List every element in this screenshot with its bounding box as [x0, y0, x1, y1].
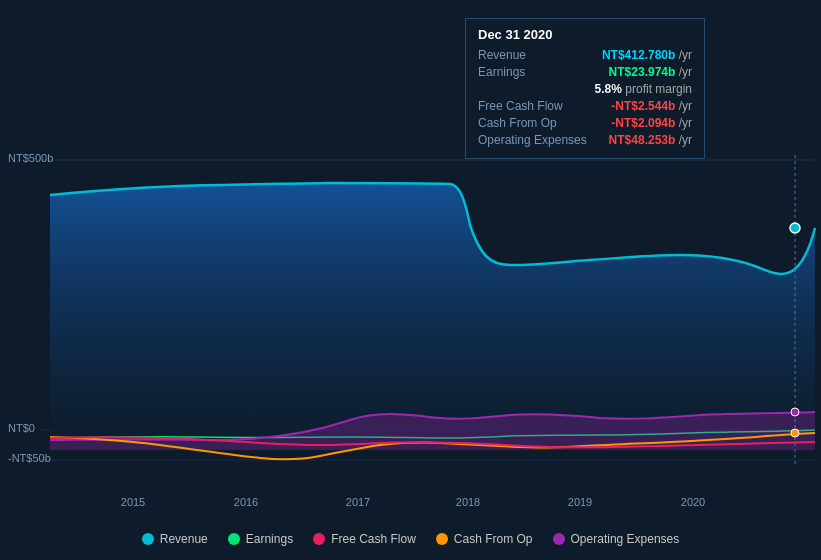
tooltip-panel: Dec 31 2020 Revenue NT$412.780b /yr Earn… — [465, 18, 705, 159]
x-label-2016: 2016 — [234, 496, 258, 508]
tooltip-value-cashop: -NT$2.094b /yr — [611, 116, 692, 130]
legend-label-earnings: Earnings — [246, 532, 293, 546]
legend-opex[interactable]: Operating Expenses — [553, 532, 680, 546]
tooltip-row-revenue: Revenue NT$412.780b /yr — [478, 48, 692, 62]
x-label-2017: 2017 — [346, 496, 370, 508]
tooltip-value-opex: NT$48.253b /yr — [609, 133, 692, 147]
tooltip-value-earnings: NT$23.974b /yr — [609, 65, 692, 79]
legend-cashop[interactable]: Cash From Op — [436, 532, 533, 546]
svg-point-4 — [790, 223, 800, 233]
chart-legend: Revenue Earnings Free Cash Flow Cash Fro… — [0, 532, 821, 546]
tooltip-value-margin: 5.8% profit margin — [595, 82, 692, 96]
legend-fcf[interactable]: Free Cash Flow — [313, 532, 416, 546]
tooltip-row-margin: 5.8% profit margin — [478, 82, 692, 96]
y-label-0: NT$0 — [8, 422, 35, 434]
x-label-2020: 2020 — [681, 496, 705, 508]
legend-label-revenue: Revenue — [160, 532, 208, 546]
tooltip-value-revenue: NT$412.780b /yr — [602, 48, 692, 62]
y-label-500b: NT$500b — [8, 152, 53, 164]
legend-label-opex: Operating Expenses — [571, 532, 680, 546]
legend-label-fcf: Free Cash Flow — [331, 532, 416, 546]
tooltip-value-fcf: -NT$2.544b /yr — [611, 99, 692, 113]
tooltip-row-opex: Operating Expenses NT$48.253b /yr — [478, 133, 692, 147]
x-label-2018: 2018 — [456, 496, 480, 508]
svg-point-5 — [791, 408, 799, 416]
tooltip-label-earnings: Earnings — [478, 65, 525, 79]
tooltip-row-earnings: Earnings NT$23.974b /yr — [478, 65, 692, 79]
tooltip-label-cashop: Cash From Op — [478, 116, 557, 130]
chart-container: Dec 31 2020 Revenue NT$412.780b /yr Earn… — [0, 0, 821, 560]
legend-dot-cashop — [436, 533, 448, 545]
x-label-2019: 2019 — [568, 496, 592, 508]
svg-point-6 — [791, 429, 799, 437]
legend-dot-earnings — [228, 533, 240, 545]
legend-dot-fcf — [313, 533, 325, 545]
tooltip-label-fcf: Free Cash Flow — [478, 99, 563, 113]
x-label-2015: 2015 — [121, 496, 145, 508]
tooltip-label-opex: Operating Expenses — [478, 133, 587, 147]
tooltip-label-revenue: Revenue — [478, 48, 526, 62]
tooltip-row-fcf: Free Cash Flow -NT$2.544b /yr — [478, 99, 692, 113]
tooltip-title: Dec 31 2020 — [478, 27, 692, 42]
legend-dot-revenue — [142, 533, 154, 545]
y-label-neg50b: -NT$50b — [8, 452, 51, 464]
legend-dot-opex — [553, 533, 565, 545]
legend-revenue[interactable]: Revenue — [142, 532, 208, 546]
legend-label-cashop: Cash From Op — [454, 532, 533, 546]
legend-earnings[interactable]: Earnings — [228, 532, 293, 546]
tooltip-row-cashop: Cash From Op -NT$2.094b /yr — [478, 116, 692, 130]
